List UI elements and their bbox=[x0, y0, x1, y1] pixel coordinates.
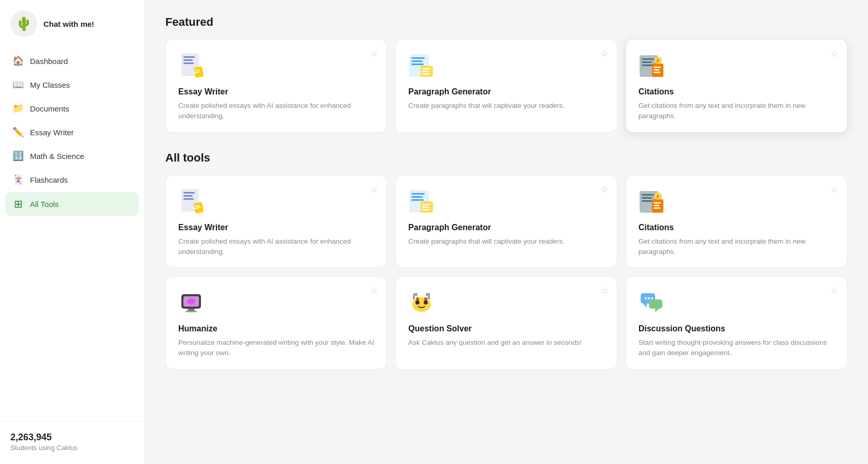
sidebar-item-label: Essay Writer bbox=[30, 128, 74, 137]
svg-rect-26 bbox=[183, 192, 195, 194]
star-icon-citations-featured[interactable]: ☆ bbox=[830, 48, 839, 59]
svg-rect-10 bbox=[411, 63, 424, 65]
svg-rect-35 bbox=[411, 199, 424, 201]
folder-icon bbox=[12, 103, 24, 114]
all-tools-card-discussion-questions[interactable]: ☆ Discussion Questions Start writing tho… bbox=[626, 276, 847, 370]
card-title: Citations bbox=[639, 87, 834, 97]
star-icon-essay-featured[interactable]: ☆ bbox=[370, 48, 378, 59]
sidebar: 🌵 Chat with me! Dashboard My Classes Doc… bbox=[0, 0, 145, 464]
star-icon-question[interactable]: ☆ bbox=[600, 285, 609, 296]
svg-rect-18 bbox=[642, 65, 653, 66]
svg-text:F: F bbox=[657, 58, 660, 63]
essay-icon-all bbox=[178, 188, 205, 215]
paragraph-icon-featured bbox=[408, 52, 435, 79]
svg-rect-42 bbox=[642, 197, 652, 199]
card-title: Essay Writer bbox=[178, 87, 374, 97]
featured-section-title: Featured bbox=[165, 15, 847, 29]
grid-icon bbox=[12, 198, 24, 210]
star-icon-discussion[interactable]: ☆ bbox=[830, 285, 839, 296]
math-icon bbox=[12, 150, 24, 162]
card-title: Discussion Questions bbox=[639, 324, 834, 333]
card-desc: Personalize machine-generated writing wi… bbox=[178, 338, 374, 359]
sidebar-item-dashboard[interactable]: Dashboard bbox=[5, 50, 139, 72]
sidebar-item-flashcards[interactable]: Flashcards bbox=[5, 168, 139, 191]
star-icon-essay-all[interactable]: ☆ bbox=[370, 184, 378, 195]
svg-point-52 bbox=[187, 298, 195, 305]
svg-rect-8 bbox=[411, 57, 425, 59]
citations-icon-featured: F bbox=[639, 52, 665, 79]
all-tools-card-paragraph-generator[interactable]: ☆ Paragraph Generator Create paragraphs … bbox=[395, 175, 617, 268]
card-desc: Create polished essays with AI assistanc… bbox=[178, 101, 374, 122]
svg-rect-16 bbox=[642, 58, 654, 60]
svg-rect-47 bbox=[654, 207, 660, 209]
all-tools-card-humanize[interactable]: ☆ Humanize Personalize machine-generated… bbox=[165, 276, 387, 370]
card-desc: Start writing thought-provoking answers … bbox=[639, 338, 834, 359]
sidebar-item-my-classes[interactable]: My Classes bbox=[5, 73, 139, 96]
all-tools-card-essay-writer[interactable]: ☆ Essay Writer Create polished essays wi… bbox=[165, 175, 387, 268]
star-icon-citations-all[interactable]: ☆ bbox=[830, 184, 839, 195]
sidebar-nav: Dashboard My Classes Documents Essay Wri… bbox=[0, 50, 144, 421]
sidebar-header: 🌵 Chat with me! bbox=[0, 0, 144, 50]
humanize-icon bbox=[178, 289, 205, 316]
question-icon bbox=[408, 289, 435, 316]
svg-rect-17 bbox=[642, 61, 652, 63]
sidebar-item-all-tools[interactable]: All Tools bbox=[5, 192, 139, 216]
sidebar-item-documents[interactable]: Documents bbox=[5, 97, 139, 120]
svg-rect-9 bbox=[411, 60, 423, 62]
card-title: Humanize bbox=[178, 324, 374, 333]
svg-point-72 bbox=[651, 297, 653, 299]
star-icon-paragraph-all[interactable]: ☆ bbox=[600, 184, 609, 195]
svg-rect-53 bbox=[188, 309, 195, 311]
home-icon bbox=[12, 55, 24, 67]
discussion-icon bbox=[639, 289, 665, 316]
card-desc: Ask Caktus any question and get an answe… bbox=[408, 338, 604, 348]
cards-icon bbox=[12, 174, 24, 185]
featured-card-citations[interactable]: ☆ F Citations Get citations from any tex… bbox=[626, 39, 847, 133]
sidebar-footer: 2,263,945 Students using Caktus bbox=[0, 421, 144, 464]
sidebar-item-label: Flashcards bbox=[30, 175, 68, 184]
sidebar-item-label: Documents bbox=[30, 104, 69, 113]
svg-rect-12 bbox=[422, 68, 430, 70]
svg-rect-37 bbox=[422, 204, 430, 205]
card-title: Question Solver bbox=[408, 324, 604, 333]
card-desc: Create paragraphs that will captivate yo… bbox=[408, 236, 604, 247]
svg-rect-22 bbox=[654, 72, 660, 73]
featured-card-paragraph-generator[interactable]: ☆ Paragraph Generator Create paragraphs … bbox=[395, 39, 617, 133]
all-tools-section-title: All tools bbox=[165, 151, 847, 165]
citations-icon-all: F bbox=[639, 188, 665, 215]
card-title: Essay Writer bbox=[178, 223, 374, 232]
star-icon-paragraph-featured[interactable]: ☆ bbox=[600, 48, 609, 59]
svg-rect-20 bbox=[654, 67, 661, 68]
svg-rect-27 bbox=[183, 195, 193, 197]
star-icon-humanize[interactable]: ☆ bbox=[370, 285, 378, 296]
svg-rect-34 bbox=[411, 196, 423, 198]
card-desc: Get citations from any text and incorpra… bbox=[639, 101, 834, 122]
sidebar-item-label: Dashboard bbox=[30, 57, 68, 66]
book-icon bbox=[12, 79, 24, 90]
svg-rect-45 bbox=[654, 202, 661, 204]
paragraph-icon-all bbox=[408, 188, 435, 215]
sidebar-item-math-science[interactable]: Math & Science bbox=[5, 145, 139, 167]
svg-rect-43 bbox=[642, 200, 653, 202]
svg-rect-28 bbox=[183, 198, 194, 200]
main-content: Featured ☆ Essay Writer Create polished … bbox=[145, 0, 868, 464]
card-title: Citations bbox=[639, 223, 834, 232]
svg-rect-46 bbox=[654, 205, 659, 206]
svg-rect-21 bbox=[654, 69, 659, 71]
student-label: Students using Caktus bbox=[10, 444, 134, 452]
avatar[interactable]: 🌵 bbox=[10, 10, 37, 37]
svg-rect-68 bbox=[649, 299, 662, 309]
svg-rect-38 bbox=[422, 206, 429, 208]
all-tools-card-citations[interactable]: ☆ F Citations Get citations from any tex… bbox=[626, 175, 847, 268]
svg-rect-1 bbox=[183, 56, 195, 58]
svg-marker-69 bbox=[655, 309, 659, 312]
svg-text:F: F bbox=[657, 194, 660, 199]
all-tools-card-question-solver[interactable]: ☆ Question Solver Ask Ca bbox=[395, 276, 617, 370]
svg-rect-2 bbox=[183, 59, 193, 61]
svg-rect-3 bbox=[183, 62, 194, 64]
sidebar-item-essay-writer[interactable]: Essay Writer bbox=[5, 121, 139, 143]
sidebar-item-label: Math & Science bbox=[30, 152, 84, 161]
svg-marker-67 bbox=[643, 303, 647, 308]
card-desc: Create polished essays with AI assistanc… bbox=[178, 236, 374, 258]
featured-card-essay-writer[interactable]: ☆ Essay Writer Create polished essays wi… bbox=[165, 39, 387, 133]
